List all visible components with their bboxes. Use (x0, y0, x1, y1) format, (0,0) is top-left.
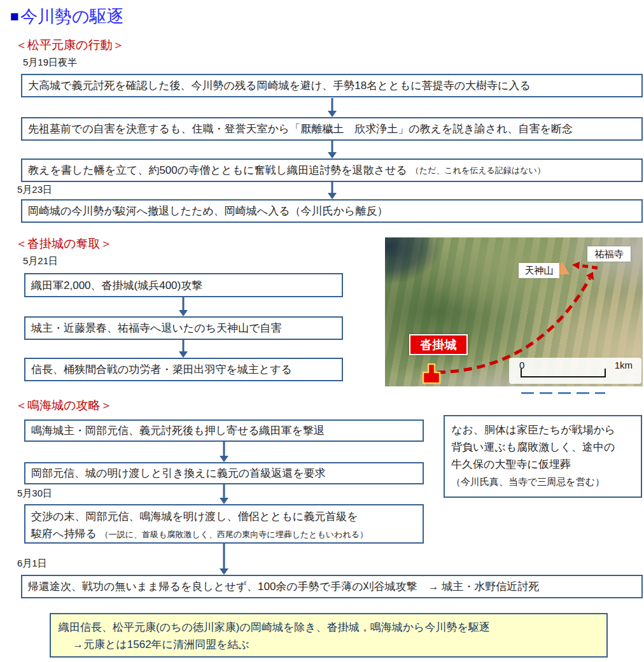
arrow-stem (183, 340, 185, 352)
flow-box-text: 交渉の末、岡部元信、鳴海城を明け渡し、僧侶とともに義元首級を (31, 508, 417, 525)
scale-tick (521, 369, 522, 377)
scale-tick (605, 369, 606, 377)
arrow-stem (223, 484, 225, 498)
flow-box: 教えを書した幡を立て、約500の寺僧とともに奮戦し織田追討勢を退散させる （ただ… (21, 158, 643, 182)
arrow-head-icon (328, 193, 337, 199)
flow-box-text: 信長、桶狭間合戦の功労者・簗田出羽守を城主とする (31, 362, 292, 377)
date-label: 5月19日夜半 (23, 57, 77, 69)
flow-box-text: 駿府へ持帰る (31, 528, 97, 540)
flow-arrow (220, 544, 228, 575)
flow-box-text: 織田軍2,000、沓掛城(城兵400)攻撃 (31, 278, 202, 293)
arrow-head-icon (220, 498, 228, 504)
flow-box-text: 岡部元信、城の明け渡しと引き換えに義元の首級返還を要求 (31, 466, 326, 481)
map-scale-bar: 0 1km (509, 358, 641, 384)
title-square-icon: ■ (10, 8, 19, 24)
arrow-stem (332, 182, 333, 194)
side-note-box: なお、胴体は家臣たちが戦場から 背負い運ぶも腐敗激しく、途中の 牛久保の大聖寺に… (444, 415, 642, 498)
flow-arrow (179, 340, 188, 358)
flow-box-text: 教えを書した幡を立て、約500の寺僧とともに奮戦し織田追討勢を退散させる (28, 163, 407, 178)
flow-box-note: （一説に、首級も腐敗激しく、西尾の東向寺に埋葬したともいわれる） (101, 530, 368, 539)
map-label-tenjinyama: 天神山 (519, 263, 559, 278)
flow-box: 信長、桶狭間合戦の功労者・簗田出羽守を城主とする (24, 358, 343, 381)
flow-box-text: 岡崎城の今川勢が駿河へ撤退したため、岡崎城へ入る（今川氏から離反） (28, 204, 388, 218)
arrow-head-icon (220, 568, 228, 575)
flow-box-text: 大高城で義元討死を確認した後、今川勢の残る岡崎城を避け、手勢18名とともに菩提寺… (28, 78, 531, 93)
section-heading-matsudaira: ＜松平元康の行動＞ (15, 37, 124, 53)
side-note-line: なお、胴体は家臣たちが戦場から (451, 421, 634, 439)
arrow-head-icon (179, 310, 188, 316)
flow-arrow (220, 442, 228, 462)
page-title-text: 今川勢の駆逐 (20, 7, 124, 26)
flow-box: 城主・近藤景春、祐福寺へ退いたのち天神山で自害 (24, 316, 343, 340)
side-note-line: 背負い運ぶも腐敗激しく、途中の (451, 439, 634, 456)
scale-end-label: 1km (615, 360, 633, 370)
summary-line: →元康とは1562年に清洲同盟を結ぶ (59, 636, 599, 653)
section-heading-narumi: ＜鳴海城の攻略＞ (15, 397, 112, 414)
flow-box: 先祖墓前での自害を決意するも、住職・登誉天室から「厭離穢土 欣求浄土」の教えを説… (21, 117, 643, 141)
flow-box: 岡部元信、城の明け渡しと引き換えに義元の首級返還を要求 (24, 462, 424, 484)
page-title: ■今川勢の駆逐 (10, 5, 124, 28)
flow-box: 鳴海城主・岡部元信、義元討死後も押し寄せる織田軍を撃退 (24, 419, 424, 442)
flow-arrow (220, 484, 228, 504)
slide-canvas: ■今川勢の駆逐 ＜松平元康の行動＞ 5月19日夜半 大高城で義元討死を確認した後… (0, 0, 644, 662)
date-label: 6月1日 (17, 558, 47, 570)
arrow-stem (332, 98, 333, 111)
flow-box: 織田軍2,000、沓掛城(城兵400)攻撃 (24, 273, 343, 297)
date-label: 5月21日 (23, 255, 58, 267)
route-arrowhead-icon (572, 262, 580, 269)
satellite-map: 祐福寺 天神山 沓掛城 0 1km (385, 237, 643, 386)
flow-box: 大高城で義元討死を確認した後、今川勢の残る岡崎城を避け、手勢18名とともに菩提寺… (21, 74, 643, 97)
flow-box: 交渉の末、岡部元信、鳴海城を明け渡し、僧侶とともに義元首級を 駿府へ持帰る（一説… (24, 504, 424, 544)
flow-arrow (328, 141, 337, 158)
castle-icon (420, 360, 443, 385)
arrow-head-icon (328, 152, 337, 158)
flow-box: 帰還途次、戦功の無いまま帰るを良しとせず、100余の手勢で手薄の刈谷城攻撃 → … (21, 575, 643, 598)
arrow-stem (223, 544, 225, 569)
summary-line: 織田信長、松平元康(のちの徳川家康)の岡崎城を除き、沓掛城，鳴海城から今川勢を駆… (59, 619, 599, 636)
arrow-stem (223, 442, 225, 456)
date-label: 5月23日 (17, 184, 52, 196)
summary-box: 織田信長、松平元康(のちの徳川家康)の岡崎城を除き、沓掛城，鳴海城から今川勢を駆… (50, 613, 608, 658)
flow-box-text: 先祖墓前での自害を決意するも、住職・登誉天室から「厭離穢土 欣求浄土」の教えを説… (28, 122, 573, 136)
arrow-stem (183, 297, 185, 311)
section-heading-kutsukake: ＜沓掛城の奪取＞ (15, 236, 112, 252)
flow-arrow (328, 98, 337, 117)
blue-dashed-line (521, 392, 605, 394)
arrow-stem (332, 141, 333, 153)
map-label-kutsukakejo: 沓掛城 (409, 334, 468, 355)
arrow-head-icon (328, 111, 337, 117)
route-dashed-path2 (580, 265, 598, 268)
flow-arrow (328, 182, 337, 199)
date-label: 5月30日 (17, 488, 52, 500)
map-label-yufukuji: 祐福寺 (587, 246, 631, 262)
flow-box-note: （ただ、これを伝える記録はない） (411, 165, 545, 176)
side-note-line: 牛久保の大聖寺に仮埋葬 (451, 456, 634, 473)
scale-line (521, 376, 606, 377)
flow-box-text: 鳴海城主・岡部元信、義元討死後も押し寄せる織田軍を撃退 (31, 423, 325, 438)
flow-arrow (179, 297, 188, 316)
flow-box-text: 城主・近藤景春、祐福寺へ退いたのち天神山で自害 (31, 321, 281, 335)
arrow-head-icon (220, 456, 228, 462)
flow-box: 岡崎城の今川勢が駿河へ撤退したため、岡崎城へ入る（今川氏から離反） (21, 199, 643, 223)
side-note-line: （今川氏真、当寺で三周忌を営む） (451, 473, 634, 490)
arrow-head-icon (179, 351, 188, 358)
flow-box-text: 帰還途次、戦功の無いまま帰るを良しとせず、100余の手勢で手薄の刈谷城攻撃 → … (28, 579, 539, 594)
